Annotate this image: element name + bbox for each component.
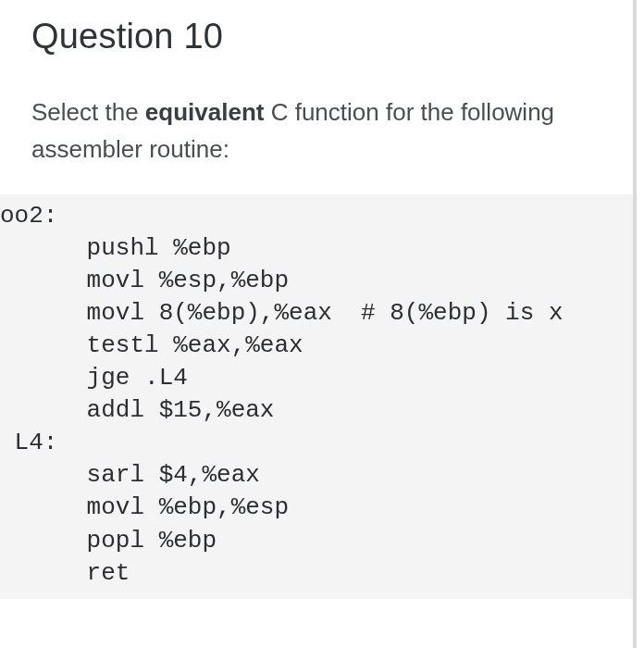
prompt-pre: Select the — [31, 98, 145, 126]
prompt-emphasis: equivalent — [145, 98, 265, 126]
question-container: Question 10 Select the equivalent C func… — [0, 0, 637, 648]
question-title: Question 10 — [31, 17, 633, 56]
question-prompt: Select the equivalent C function for the… — [31, 93, 633, 168]
assembly-code-block: oo2: pushl %ebp movl %esp,%ebp movl 8(%e… — [0, 194, 633, 599]
